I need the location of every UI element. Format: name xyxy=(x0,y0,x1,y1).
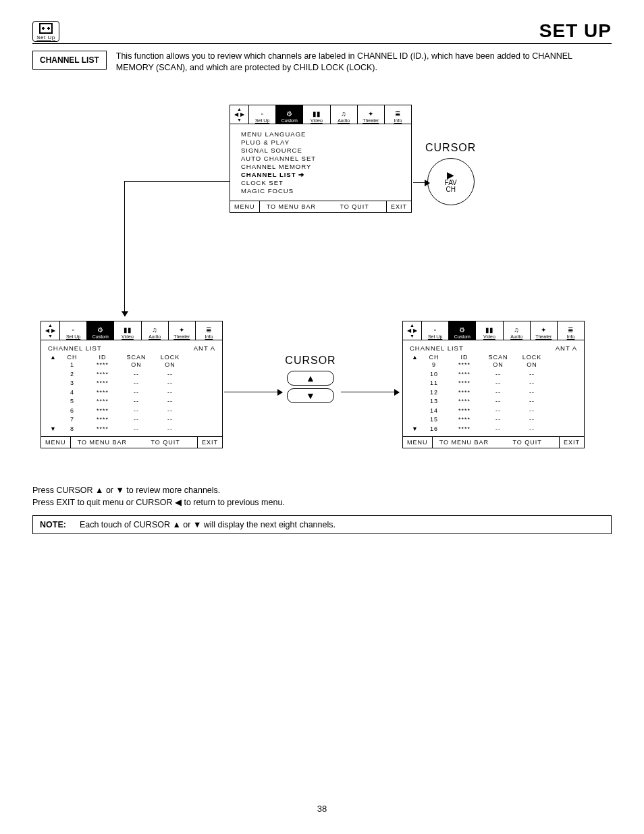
cell-id: **** xyxy=(448,407,481,416)
menu-bar: ▲ ◀ ▶ ▼ ▫Set Up ⚙Custom ▮▮Video ♫Audio ✦… xyxy=(230,105,411,124)
channel-list-osd-1: ▲ ◀ ▶ ▼ ▫Set Up ⚙Custom ▮▮Video ♫Audio ✦… xyxy=(41,321,223,448)
cell-ch: 8 xyxy=(59,425,86,434)
instruction-line-2: Press EXIT to quit menu or CURSOR ◀ to r… xyxy=(32,497,612,509)
arrow-right-3 xyxy=(341,392,399,392)
cell-lock: -- xyxy=(515,397,549,407)
cell-scan: -- xyxy=(119,397,153,407)
tab-video: ▮▮Video xyxy=(476,321,503,340)
foot-menu: MENU xyxy=(41,437,71,448)
flow-arrow-down xyxy=(124,303,125,316)
table-row: 5****---- xyxy=(48,397,215,407)
osd-footer: MENU TO MENU BAR TO QUIT EXIT xyxy=(230,201,411,212)
cell-id: **** xyxy=(448,370,481,380)
cell-id: **** xyxy=(86,370,119,380)
row-arrow-icon xyxy=(48,388,59,398)
cell-scan: -- xyxy=(119,370,153,380)
table-row: ▼8****---- xyxy=(48,425,215,434)
nav-arrows-icon: ▲ ◀ ▶ ▼ xyxy=(403,321,422,340)
cell-lock: -- xyxy=(515,370,549,380)
channel-list-body: CHANNEL LIST ANT A ▲ CH ID SCAN LOCK 1**… xyxy=(41,340,222,436)
chlist-title: CHANNEL LIST xyxy=(48,344,102,352)
instruction-line-1: Press CURSOR ▲ or ▼ to review more chann… xyxy=(32,485,612,497)
cell-ch: 16 xyxy=(421,425,448,434)
menu-bar: ▲ ◀ ▶ ▼ ▫Set Up ⚙Custom ▮▮Video ♫Audio ✦… xyxy=(41,321,222,340)
cell-ch: 4 xyxy=(59,388,86,398)
note-label: NOTE: xyxy=(40,520,66,529)
tab-theater: ✦Theater xyxy=(531,321,558,340)
table-row: 13****---- xyxy=(410,397,577,407)
menu-item: SIGNAL SOURCE xyxy=(241,147,403,154)
tab-info: ≣Info xyxy=(558,321,584,340)
row-arrow-icon xyxy=(410,388,421,398)
row-arrow-icon xyxy=(410,397,421,407)
foot-exit: EXIT xyxy=(559,437,584,448)
cell-id: **** xyxy=(448,379,481,388)
cell-scan: -- xyxy=(119,415,153,425)
chlist-ant: ANT A xyxy=(194,344,215,352)
cell-ch: 1 xyxy=(59,361,86,370)
foot-exit: EXIT xyxy=(197,437,222,448)
cell-id: **** xyxy=(448,397,481,407)
cell-lock: -- xyxy=(515,388,549,398)
intro-text: This function allows you to review which… xyxy=(116,51,612,74)
cell-ch: 14 xyxy=(421,407,448,416)
nav-arrows-icon: ▲ ◀ ▶ ▼ xyxy=(230,105,249,124)
menu-item: MENU LANGUAGE xyxy=(241,130,403,138)
osd-footer: MENU TO MENU BAR TO QUIT EXIT xyxy=(403,436,584,448)
cell-ch: 15 xyxy=(421,415,448,425)
table-row: 2****---- xyxy=(48,370,215,380)
cell-lock: -- xyxy=(153,415,187,425)
cell-ch: 10 xyxy=(421,370,448,380)
cell-ch: 12 xyxy=(421,388,448,398)
intro-row: CHANNEL LIST This function allows you to… xyxy=(32,51,612,74)
table-row: 3****---- xyxy=(48,379,215,388)
row-arrow-icon: ▼ xyxy=(48,425,59,434)
row-arrow-icon: ▼ xyxy=(410,425,421,434)
chlist-ant: ANT A xyxy=(556,344,577,352)
cursor-down-button: ▼ xyxy=(287,388,334,403)
foot-tomenubar: TO MENU BAR xyxy=(71,437,134,448)
tab-custom: ⚙Custom xyxy=(449,321,476,340)
cell-scan: -- xyxy=(119,388,153,398)
cell-id: **** xyxy=(86,397,119,407)
tab-custom: ⚙Custom xyxy=(276,105,303,124)
cursor-up-button: ▲ xyxy=(287,371,334,386)
row-arrow-icon xyxy=(410,361,421,370)
cell-lock: -- xyxy=(515,415,549,425)
hdr-lock: LOCK xyxy=(515,354,549,361)
tab-theater: ✦Theater xyxy=(169,321,196,340)
table-row: 7****---- xyxy=(48,415,215,425)
table-row: 9****ONON xyxy=(410,361,577,370)
foot-exit: EXIT xyxy=(386,201,411,212)
channel-list-osd-2: ▲ ◀ ▶ ▼ ▫Set Up ⚙Custom ▮▮Video ♫Audio ✦… xyxy=(402,321,585,448)
cell-scan: -- xyxy=(481,407,515,416)
cell-ch: 11 xyxy=(421,379,448,388)
channel-list-label: CHANNEL LIST xyxy=(32,51,107,70)
cell-scan: -- xyxy=(481,397,515,407)
cell-scan: -- xyxy=(481,415,515,425)
cell-id: **** xyxy=(86,361,119,370)
row-arrow-icon xyxy=(48,379,59,388)
tab-setup: ▫Set Up xyxy=(249,105,276,124)
tab-video: ▮▮Video xyxy=(303,105,330,124)
row-arrow-icon xyxy=(48,361,59,370)
nav-arrows-icon: ▲ ◀ ▶ ▼ xyxy=(41,321,60,340)
cursor-updown-block: CURSOR ▲ ▼ xyxy=(284,355,338,406)
setup-glyph-icon xyxy=(39,23,53,34)
note-box: NOTE: Each touch of CURSOR ▲ or ▼ will d… xyxy=(32,515,612,534)
chlist-title: CHANNEL LIST xyxy=(410,344,464,352)
cell-lock: -- xyxy=(153,388,187,398)
setup-icon: Set Up xyxy=(32,21,59,42)
cell-id: **** xyxy=(448,361,481,370)
note-text: Each touch of CURSOR ▲ or ▼ will display… xyxy=(80,520,336,529)
setup-icon-label: Set Up xyxy=(33,34,59,41)
cell-ch: 6 xyxy=(59,407,86,416)
cell-lock: -- xyxy=(153,397,187,407)
menu-item: AUTO CHANNEL SET xyxy=(241,155,403,162)
cell-lock: -- xyxy=(153,379,187,388)
hdr-id: ID xyxy=(86,354,119,361)
right-arrow-icon: ▶ xyxy=(447,170,454,180)
row-arrow-icon xyxy=(410,379,421,388)
ch-label: CH xyxy=(446,186,455,193)
tab-setup: ▫Set Up xyxy=(422,321,449,340)
